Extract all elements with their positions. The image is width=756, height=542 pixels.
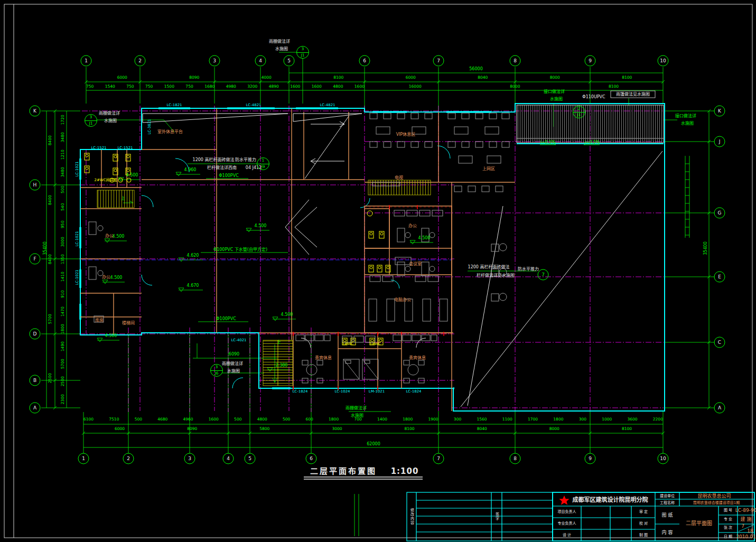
dim-text: 5700 xyxy=(61,359,65,369)
dim-text: 56000 xyxy=(469,67,482,71)
dim-text: 950 xyxy=(61,221,65,228)
axis-bubble-right-C: C xyxy=(714,337,725,348)
note-canopy-top: 雨棚做法详 xyxy=(269,40,290,44)
titleblock-project: 昆明农垦综合楼建设项目1期 xyxy=(693,501,740,505)
note-slope-a: i=0.5% xyxy=(540,141,555,145)
dim-text: 500 xyxy=(135,417,142,422)
titleblock-role-2: 审 定 xyxy=(639,510,648,514)
axis-bubble-left-H: H xyxy=(30,180,41,191)
note-canopy-left: 雨棚做法详 xyxy=(99,111,120,116)
dim-text: 1600 xyxy=(290,85,300,89)
titleblock-major: 建 施 xyxy=(741,517,752,522)
note-canopy-bc-2: 水施图 xyxy=(351,414,363,418)
window-tag: LC-4021 xyxy=(231,339,246,342)
dim-text: 1410 xyxy=(61,272,65,282)
note-pipe100-b: Φ100PVC xyxy=(216,317,236,321)
titleblock-role-5: 设 计 xyxy=(563,534,571,537)
dim-text: 5800 xyxy=(259,427,269,431)
detail-sheet: J1 xyxy=(297,52,309,59)
room-label-suite-l: 贵宾休息 xyxy=(315,356,332,360)
dim-text: 3480 xyxy=(61,132,65,142)
titleblock-page-n: 7 xyxy=(741,524,744,529)
dim-text: 2200 xyxy=(653,417,663,422)
axis-bubble-bottom-10: 10 xyxy=(658,453,669,464)
elevation-value: 4.500 xyxy=(255,224,267,228)
axis-bubble-bottom-5: 5 xyxy=(245,453,256,464)
dim-text: 35400 xyxy=(704,241,708,255)
drawing-scale: 1:100 xyxy=(391,468,419,475)
titleblock-role-3: 专业负责人 xyxy=(558,522,576,526)
note-canopy-bl: 雨棚做法详 xyxy=(222,362,243,366)
dim-text: 3000 xyxy=(61,237,65,247)
dim-col-left: 84008400840057002500 xyxy=(46,111,54,408)
room-label-wc3-r: 3#WC xyxy=(369,342,381,346)
note-rail2-2: 栏杆做法详见水施图 xyxy=(477,274,515,278)
titleblock-date: 2010.01 xyxy=(736,535,755,539)
titleblock-role-4: 校 对 xyxy=(639,522,648,526)
dim-text: 8400 xyxy=(48,254,52,264)
note-joint-2: 水施图 xyxy=(550,97,563,101)
dim-text: 1470 xyxy=(61,306,65,316)
titleblock-role-6: 制 图 xyxy=(639,534,648,537)
dim-text: 8000 xyxy=(549,427,559,431)
axis-centerlines xyxy=(79,106,664,412)
dim-text: 8100 xyxy=(405,427,415,431)
axis-bubble-bottom-9: 9 xyxy=(585,453,596,464)
note-canopy-bc: 雨棚做法详 xyxy=(346,406,367,410)
window-tag: LC-1021 xyxy=(76,231,79,246)
room-label-office-1: 办公 xyxy=(408,224,417,228)
dim-text: 1100 xyxy=(502,417,512,422)
axis-bubble-bottom-4: 4 xyxy=(223,453,234,464)
dim-text: 7510 xyxy=(109,417,119,422)
room-label-computer: 电脑办公 xyxy=(394,298,411,302)
titleblock-page-d: 18 xyxy=(747,529,753,534)
room-label-office-3: 办公 xyxy=(102,275,110,279)
dim-text: 8040 xyxy=(478,76,488,80)
dim-text: 62000 xyxy=(367,442,380,446)
dim-text: 750 xyxy=(145,85,153,89)
dim-text: 1800 xyxy=(61,324,65,334)
axis-bubble-top-1: 1 xyxy=(81,55,92,67)
dim-text: 750 xyxy=(86,85,94,89)
dim-text: 3000 xyxy=(332,427,342,431)
titleblock-client-label: 建设单位 xyxy=(660,494,675,498)
titleblock-project-label: 工程名称 xyxy=(660,501,675,505)
note-canopy-left-2: 水施图 xyxy=(104,119,117,123)
axis-bubble-bottom-6: 6 xyxy=(306,453,317,464)
dim-text: 4890 xyxy=(269,85,279,89)
dim-text: 300 xyxy=(454,417,461,422)
detail-num: 3 xyxy=(85,115,97,120)
axis-bubble-top-10: 10 xyxy=(658,55,669,67)
note-slope-b: i=0.5% xyxy=(584,141,600,145)
axis-bubble-bottom-3: 3 xyxy=(184,453,195,464)
dim-text: 8100 xyxy=(622,427,632,431)
axis-bubble-top-3: 3 xyxy=(209,55,220,67)
room-label-office-2: 办公 xyxy=(105,234,114,238)
dim-text: 910 xyxy=(61,291,65,298)
room-label-net: 上网区 xyxy=(482,167,495,171)
titleblock-content: 二层平面图 xyxy=(686,521,712,526)
titleblock-date-label: 日 期 xyxy=(724,535,732,539)
axis-bubble-top-5: 5 xyxy=(284,55,295,67)
axis-bubble-top-8: 8 xyxy=(510,55,521,67)
room-label-platform: 室外休息平台 xyxy=(157,130,183,134)
dim-text: 1720 xyxy=(61,115,65,125)
detail-num: 2 xyxy=(573,106,585,112)
room-label-stair: 楼梯间 xyxy=(122,321,135,325)
room-label-meeting: 会议室 xyxy=(409,262,422,266)
dim-text: 700 xyxy=(354,417,361,422)
axis-bubble-bottom-2: 2 xyxy=(123,453,134,464)
window-tag: LC-1521 xyxy=(91,146,106,150)
detail-sheet: J1 xyxy=(573,112,585,118)
dim-text: 8100 xyxy=(622,76,632,80)
titleblock-client: 昆明农垦总公司 xyxy=(697,494,731,499)
dim-text: 1540 xyxy=(105,85,115,89)
dim-row-bottom: 60008090580030008100804080008100 xyxy=(83,427,663,431)
elevation-value: 4.670 xyxy=(187,284,199,288)
elevation-value: 4.500 xyxy=(126,173,138,177)
axis-bubble-right-G: G xyxy=(714,208,725,219)
detail-bubble: 3 J1 xyxy=(296,46,309,59)
axis-bubble-left-F: F xyxy=(30,254,41,265)
dim-text: 500 xyxy=(61,186,65,193)
note-canopy-top-2: 水施图 xyxy=(275,47,288,51)
